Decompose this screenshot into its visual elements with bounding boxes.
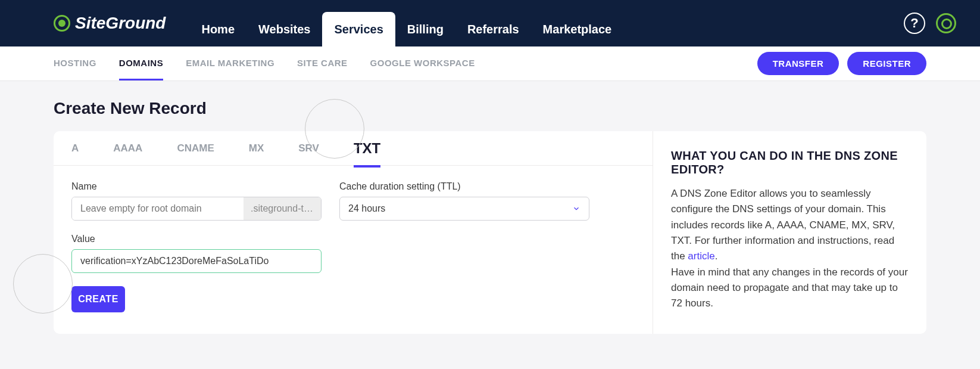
topnav-marketplace[interactable]: Marketplace — [531, 12, 624, 46]
top-nav: SiteGround Home Websites Services Billin… — [0, 0, 980, 46]
create-button[interactable]: CREATE — [71, 286, 125, 312]
subnav-items: HOSTING DOMAINS EMAIL MARKETING SITE CAR… — [54, 46, 475, 80]
record-type-tabs: A AAAA CNAME MX SRV TXT — [54, 131, 653, 166]
value-input[interactable] — [71, 249, 322, 273]
help-p2: Have in mind that any changes in the rec… — [671, 266, 908, 309]
subnav-hosting[interactable]: HOSTING — [54, 46, 96, 80]
topnav-referrals[interactable]: Referrals — [455, 12, 531, 46]
help-panel: WHAT YOU CAN DO IN THE DNS ZONE EDITOR? … — [653, 131, 926, 334]
subnav-domains[interactable]: DOMAINS — [119, 46, 163, 80]
value-label: Value — [71, 234, 322, 244]
subnav-site-care[interactable]: SITE CARE — [297, 46, 348, 80]
topnav-websites[interactable]: Websites — [246, 12, 322, 46]
card-left: A AAAA CNAME MX SRV TXT Name .siteground… — [54, 131, 653, 334]
sub-nav: HOSTING DOMAINS EMAIL MARKETING SITE CAR… — [0, 46, 980, 81]
subnav-google-workspace[interactable]: GOOGLE WORKSPACE — [370, 46, 475, 80]
brand-logo[interactable]: SiteGround — [54, 14, 166, 33]
page-title: Create New Record — [54, 99, 926, 118]
ttl-select[interactable]: 24 hours — [339, 197, 589, 221]
record-tab-aaaa[interactable]: AAAA — [113, 142, 142, 154]
name-field: Name .siteground-t… — [71, 181, 322, 221]
record-tab-cname[interactable]: CNAME — [177, 142, 214, 154]
dns-card: A AAAA CNAME MX SRV TXT Name .siteground… — [54, 131, 926, 334]
name-input[interactable] — [72, 197, 244, 220]
name-label: Name — [71, 181, 322, 192]
topnav-items: Home Websites Services Billing Referrals… — [189, 0, 623, 46]
record-tab-a[interactable]: A — [71, 142, 79, 154]
ttl-value: 24 hours — [348, 203, 385, 214]
value-field: Value — [71, 234, 322, 273]
name-input-group: .siteground-t… — [71, 197, 322, 221]
ttl-field: Cache duration setting (TTL) 24 hours — [339, 181, 589, 221]
help-title: WHAT YOU CAN DO IN THE DNS ZONE EDITOR? — [671, 149, 909, 176]
help-p1b: . — [715, 250, 718, 262]
record-tab-srv[interactable]: SRV — [298, 142, 319, 154]
subnav-right: TRANSFER REGISTER — [757, 52, 926, 75]
topnav-right: ? — [904, 13, 956, 34]
help-icon[interactable]: ? — [904, 13, 925, 34]
form-area: Name .siteground-t… Cache duration setti… — [54, 166, 653, 312]
name-suffix: .siteground-t… — [244, 197, 321, 220]
register-button[interactable]: REGISTER — [847, 52, 926, 75]
topnav-services[interactable]: Services — [322, 12, 395, 46]
ttl-label: Cache duration setting (TTL) — [339, 181, 589, 192]
brand-name: SiteGround — [75, 14, 166, 33]
topnav-home[interactable]: Home — [189, 12, 246, 46]
chevron-down-icon — [572, 204, 580, 213]
account-avatar-icon[interactable] — [936, 13, 956, 33]
help-article-link[interactable]: article — [688, 250, 714, 262]
subnav-email-marketing[interactable]: EMAIL MARKETING — [186, 46, 274, 80]
record-tab-mx[interactable]: MX — [249, 142, 264, 154]
page: Create New Record A AAAA CNAME MX SRV TX… — [0, 81, 980, 352]
record-tab-txt[interactable]: TXT — [354, 140, 380, 168]
logo-swirl-icon — [54, 15, 70, 32]
transfer-button[interactable]: TRANSFER — [757, 52, 839, 75]
topnav-billing[interactable]: Billing — [395, 12, 455, 46]
help-text: A DNS Zone Editor allows you to seamless… — [671, 186, 909, 312]
